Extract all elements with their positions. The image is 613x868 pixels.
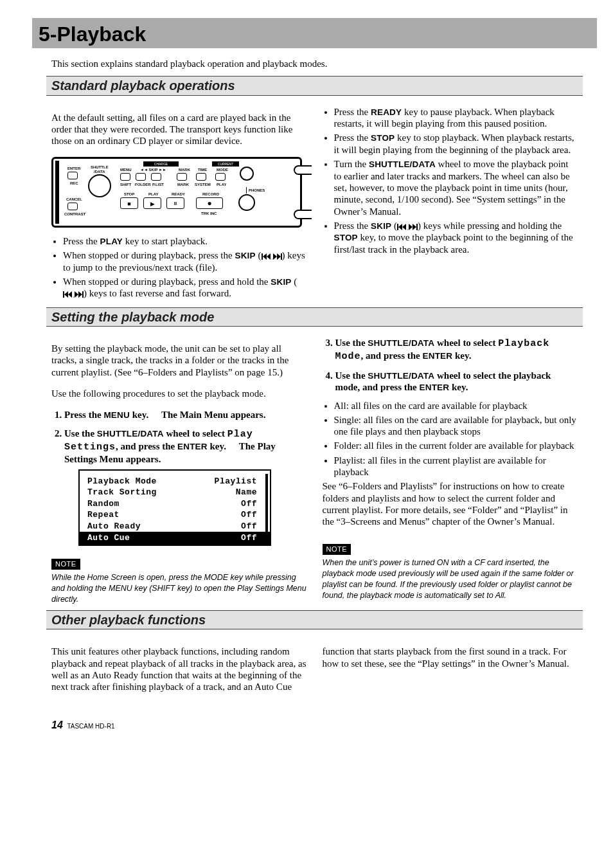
bullet: Press the PLAY key to start playback. — [63, 235, 307, 247]
intro-text: This section explains standard playback … — [51, 58, 328, 69]
mode-bullet: All: all files on the card are available… — [334, 400, 578, 411]
bullet: Press the STOP key to stop playback. Whe… — [334, 132, 578, 156]
bullet: When stopped or during playback, press a… — [63, 276, 307, 300]
section-title-standard: Standard playback operations — [51, 78, 578, 93]
mode-bullet: Playlist: all files in the current playl… — [334, 455, 578, 478]
bullet: Press the READY key to pause playback. W… — [334, 106, 578, 130]
note-right: When the unit’s power is turned ON with … — [323, 557, 578, 601]
step-1: Press the MENU key. The Main Menu appear… — [64, 409, 307, 420]
step-4: Use the SHUTTLE/DATA wheel to select the… — [335, 370, 578, 393]
skip-prev-next-icon — [397, 224, 418, 230]
mode-lead2: Use the following procedures to set the … — [51, 388, 307, 399]
mode-after: See “6–Folders and Playlists” for instru… — [323, 480, 578, 527]
bullet: Press the SKIP () keys while pressing an… — [334, 220, 578, 255]
mode-bullet: Single: all files on the card are availa… — [334, 414, 578, 438]
other-right: function that starts playback from the f… — [323, 646, 578, 669]
chapter-title: 5-Playback — [39, 22, 591, 47]
note-badge: NOTE — [323, 544, 351, 555]
mode-bullet: Folder: all files in the current folder … — [334, 440, 578, 451]
skip-prev-next-icon — [63, 291, 84, 298]
note-left: While the Home Screen is open, press the… — [51, 572, 307, 605]
standard-lead: At the default setting, all files on a c… — [51, 112, 307, 147]
bullet: When stopped or during playback, press t… — [63, 249, 307, 273]
step-2: Use the SHUTTLE/DATA wheel to select Pla… — [64, 428, 307, 546]
skip-prev-next-icon — [262, 253, 282, 260]
step-3: Use the SHUTTLE/DATA wheel to select Pla… — [335, 337, 578, 363]
section-title-mode: Setting the playback mode — [51, 309, 578, 325]
note-badge: NOTE — [51, 559, 80, 570]
lcd-play-settings: Playback ModePlaylist Track SortingName … — [78, 469, 271, 546]
bullet: Turn the SHUTTLE/DATA wheel to move the … — [334, 158, 578, 217]
other-left: This unit features other playback functi… — [51, 646, 307, 692]
section-title-other: Other playback functions — [51, 612, 578, 628]
product-name: TASCAM HD-R1 — [67, 723, 114, 730]
page-number: 14 — [51, 719, 63, 730]
footer: 14 TASCAM HD-R1 — [51, 719, 578, 732]
device-panel-diagram: ENTER REC CANCEL CONTRAST SHUTTLE /DATA … — [51, 157, 302, 228]
mode-lead: By setting the playback mode, the unit c… — [51, 343, 307, 378]
